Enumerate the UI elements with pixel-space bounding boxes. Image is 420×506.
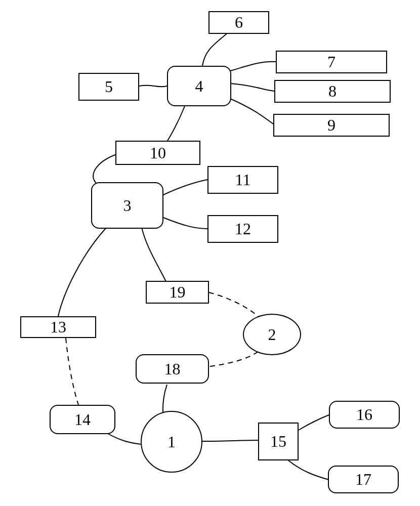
node-7: 7 — [276, 51, 387, 73]
node-16: 16 — [329, 401, 400, 429]
node-18-label: 18 — [164, 360, 181, 378]
node-9: 9 — [273, 114, 390, 137]
node-1-label: 1 — [167, 433, 176, 451]
node-10: 10 — [115, 141, 200, 165]
node-7-label: 7 — [327, 53, 335, 71]
node-14-label: 14 — [74, 410, 91, 429]
node-10-label: 10 — [150, 144, 166, 162]
node-2: 2 — [243, 314, 301, 355]
node-4-label: 4 — [195, 77, 203, 96]
node-1: 1 — [141, 411, 202, 473]
node-5-label: 5 — [105, 77, 113, 96]
node-14: 14 — [50, 405, 115, 434]
node-17: 17 — [328, 466, 399, 493]
node-13: 13 — [20, 316, 96, 338]
node-12-label: 12 — [235, 220, 251, 238]
node-6: 6 — [208, 11, 269, 34]
node-9-label: 9 — [327, 116, 335, 135]
node-5: 5 — [78, 73, 139, 101]
node-8-label: 8 — [328, 82, 337, 101]
node-11: 11 — [207, 166, 278, 194]
node-3-label: 3 — [123, 196, 132, 215]
node-12: 12 — [207, 215, 278, 243]
node-18: 18 — [136, 354, 209, 384]
node-15-label: 15 — [270, 432, 286, 451]
node-4: 4 — [167, 66, 231, 106]
node-13-label: 13 — [50, 318, 66, 336]
node-6-label: 6 — [235, 13, 243, 32]
node-2-label: 2 — [268, 325, 276, 344]
node-19: 19 — [146, 281, 209, 304]
node-17-label: 17 — [355, 470, 371, 489]
diagram-canvas: 6 7 8 9 5 4 10 11 3 12 19 2 13 — [0, 0, 420, 506]
node-19-label: 19 — [170, 283, 186, 302]
node-15: 15 — [258, 423, 299, 460]
node-8: 8 — [274, 80, 391, 103]
node-16-label: 16 — [356, 405, 372, 424]
node-11-label: 11 — [235, 171, 251, 189]
node-3: 3 — [91, 182, 163, 229]
